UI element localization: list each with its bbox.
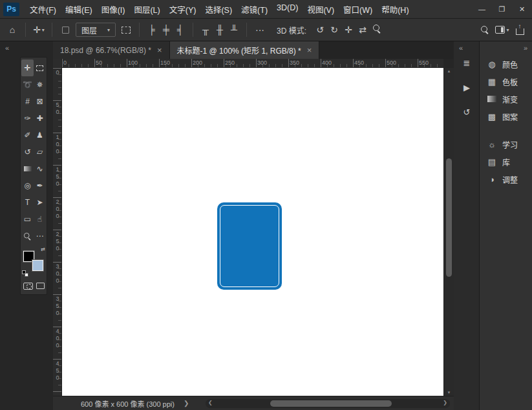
menu-type[interactable]: 文字(Y): [165, 0, 201, 19]
quick-mask-button[interactable]: [23, 283, 33, 290]
tab-close-icon[interactable]: ×: [307, 45, 312, 55]
align-more-options-button[interactable]: ···: [253, 22, 267, 38]
properties-panel-button[interactable]: ≣: [456, 53, 478, 72]
panel-item-gradients[interactable]: 渐变: [480, 91, 532, 108]
panel-dock-collapse-chevron[interactable]: »: [524, 44, 527, 52]
panel-item-adjustments[interactable]: ◑ 调整: [480, 171, 532, 188]
clone-stamp-tool[interactable]: ♟: [34, 127, 46, 144]
restore-button[interactable]: ❐: [492, 0, 512, 18]
workspace-switcher-button[interactable]: ▾: [495, 22, 509, 38]
align-top-edges-button[interactable]: ╥: [199, 25, 212, 35]
edit-toolbar-button[interactable]: ⋯: [34, 228, 46, 244]
photoshop-window: Ps 文件(F) 编辑(E) 图像(I) 图层(L) 文字(Y) 选择(S) 滤…: [0, 0, 532, 410]
pen-tool[interactable]: ✒: [34, 177, 46, 194]
default-colors-icon[interactable]: [22, 270, 28, 277]
path-selection-tool[interactable]: ➤: [34, 194, 46, 211]
panel-label: 图案: [502, 111, 518, 122]
brush-tool[interactable]: ✐: [21, 127, 34, 144]
align-horizontal-centers-button[interactable]: ╪: [160, 25, 173, 35]
panel-item-color[interactable]: ◍ 颜色: [480, 56, 532, 73]
current-tool-preset-button[interactable]: ✛ ▾: [32, 22, 46, 38]
3d-orbit-button[interactable]: ↺: [314, 25, 326, 35]
menu-help[interactable]: 帮助(H): [377, 0, 413, 19]
align-vertical-centers-button[interactable]: ╫: [213, 25, 226, 35]
history-panel-button[interactable]: ↺: [456, 102, 478, 122]
panel-item-patterns[interactable]: ▩ 图案: [480, 108, 532, 125]
tools-collapse-chevron-icon[interactable]: «: [5, 44, 8, 52]
share-button[interactable]: [513, 22, 527, 38]
3d-roll-button[interactable]: ↻: [328, 25, 341, 35]
frame-icon: ⊠: [36, 97, 43, 106]
object-selection-tool[interactable]: ✵: [34, 76, 46, 93]
type-tool[interactable]: T: [21, 194, 34, 211]
status-menu-chevron[interactable]: ❯: [184, 400, 189, 407]
screen-mode-button[interactable]: [36, 283, 45, 289]
document-tab-1[interactable]: 18.psd @ 66.7%(RGB/8) * ×: [53, 41, 170, 59]
menu-layer[interactable]: 图层(L): [129, 0, 164, 19]
icon-dock-expand-chevron[interactable]: «: [459, 44, 462, 52]
crop-tool[interactable]: #: [21, 93, 34, 110]
panel-item-libraries[interactable]: ▤ 库: [480, 153, 532, 171]
gradient-tool[interactable]: [21, 160, 34, 177]
background-color-swatch[interactable]: [32, 260, 43, 271]
auto-select-checkbox[interactable]: [58, 22, 72, 38]
menu-image[interactable]: 图像(I): [97, 0, 130, 19]
document-size-status: 600 像素 x 600 像素 (300 ppi): [81, 398, 175, 409]
auto-select-target-dropdown[interactable]: 图层 ▾: [76, 23, 116, 37]
close-button[interactable]: ✕: [512, 0, 532, 18]
menu-window[interactable]: 窗口(W): [339, 0, 377, 19]
show-transform-controls-toggle[interactable]: [119, 22, 133, 38]
dodge-tool[interactable]: ◎: [21, 177, 34, 194]
vertical-scrollbar[interactable]: ▲ ▼: [443, 68, 454, 396]
eraser-tool[interactable]: ▱: [34, 144, 46, 160]
move-tool[interactable]: ✛: [21, 59, 34, 76]
scroll-up-icon[interactable]: ▲: [444, 69, 454, 73]
tab-close-icon[interactable]: ×: [157, 45, 162, 55]
rectangle-shape-layer[interactable]: [217, 202, 282, 290]
minimize-button[interactable]: —: [472, 0, 492, 18]
vertical-scrollbar-thumb[interactable]: [446, 158, 452, 277]
eyedropper-tool[interactable]: ✑: [21, 110, 34, 127]
scroll-down-icon[interactable]: ▼: [444, 391, 454, 394]
panel-group-divider: [480, 125, 532, 136]
marquee-tool[interactable]: [34, 59, 46, 76]
zoom-tool[interactable]: [21, 228, 34, 244]
blur-tool[interactable]: ∿: [34, 160, 46, 177]
scroll-right-icon[interactable]: ❯: [443, 400, 447, 405]
menu-view[interactable]: 视图(V): [303, 0, 339, 19]
canvas[interactable]: [62, 68, 443, 396]
search-button[interactable]: [478, 22, 492, 38]
align-bottom-edges-button[interactable]: ╨: [228, 25, 240, 35]
3d-pan-button[interactable]: ✛: [342, 25, 355, 35]
scroll-left-icon[interactable]: ❮: [208, 400, 213, 405]
history-brush-tool[interactable]: ↺: [21, 144, 34, 160]
play-icon: ▶: [463, 83, 470, 92]
healing-brush-tool[interactable]: ✚: [34, 110, 46, 127]
align-right-edges-button[interactable]: ╡: [174, 25, 187, 35]
3d-slide-button[interactable]: ⇄: [356, 25, 369, 35]
horizontal-scrollbar-thumb[interactable]: [270, 400, 392, 407]
ruler-label-h: 400: [322, 59, 332, 66]
3d-zoom-button[interactable]: [370, 25, 383, 35]
panel-label: 学习: [502, 139, 518, 150]
align-left-edges-button[interactable]: ╞: [145, 25, 158, 35]
actions-panel-button[interactable]: ▶: [456, 78, 478, 97]
horizontal-scrollbar[interactable]: ❮ ❯: [206, 399, 450, 408]
panel-item-swatches[interactable]: ▦ 色板: [480, 73, 532, 91]
swap-colors-icon[interactable]: ⇄: [41, 246, 45, 252]
tab-title: 未标题-1 @ 100% (矩形 1, RGB/8) *: [177, 45, 301, 56]
home-button[interactable]: ⌂: [5, 22, 19, 38]
menu-3d[interactable]: 3D(D): [272, 0, 303, 19]
panel-item-learn[interactable]: ☼ 学习: [480, 136, 532, 153]
menu-edit[interactable]: 编辑(E): [61, 0, 97, 19]
menu-select[interactable]: 选择(S): [200, 0, 237, 19]
rectangle-tool[interactable]: ▭: [21, 211, 34, 228]
hand-tool[interactable]: ☝: [34, 211, 46, 228]
menu-file[interactable]: 文件(F): [25, 0, 61, 19]
status-bar: 600 像素 x 600 像素 (300 ppi) ❯ ❮ ❯: [53, 396, 454, 410]
frame-tool[interactable]: ⊠: [34, 93, 46, 110]
document-tab-2-active[interactable]: 未标题-1 @ 100% (矩形 1, RGB/8) * ×: [170, 41, 320, 59]
color-panel-icon: ◍: [487, 59, 497, 69]
menu-filter[interactable]: 滤镜(T): [237, 0, 272, 19]
lasso-tool[interactable]: ➰: [21, 76, 34, 93]
